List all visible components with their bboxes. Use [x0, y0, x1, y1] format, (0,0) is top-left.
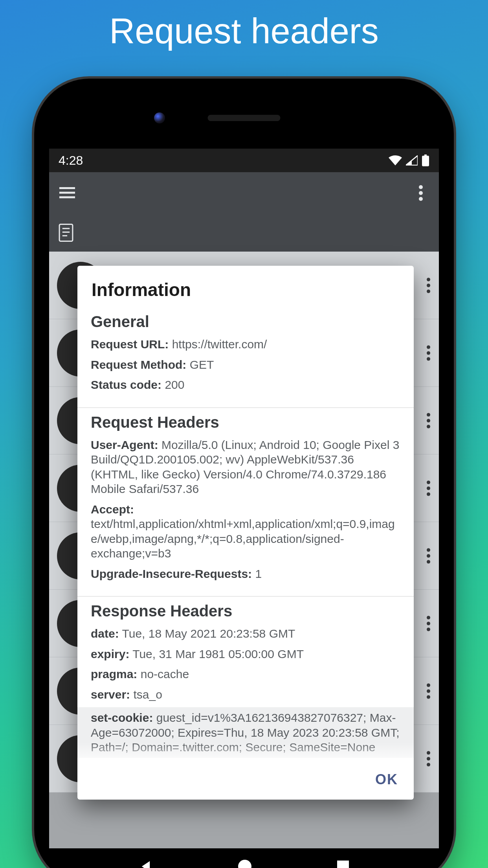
promo-title: Request headers: [0, 0, 488, 51]
nav-home-icon[interactable]: [238, 860, 251, 868]
device-screen: 4:28 ETETETETETETETsharedCore.fe7d3745.j…: [49, 149, 439, 868]
resp-set-cookie: set-cookie: guest_id=v1%3A16213694382707…: [77, 707, 414, 758]
row-overflow-icon[interactable]: [427, 548, 430, 563]
resp-expiry: expiry: Tue, 31 Mar 1981 05:00:00 GMT: [91, 647, 400, 662]
dialog-actions: OK: [77, 764, 414, 800]
svg-point-5: [419, 197, 423, 201]
resp-server: server: tsa_o: [91, 687, 400, 702]
svg-rect-0: [59, 187, 75, 189]
svg-point-4: [419, 191, 423, 195]
general-method: Request Method: GET: [91, 357, 400, 372]
status-time: 4:28: [59, 153, 83, 168]
wifi-icon: [389, 155, 402, 166]
section-request-headers: Request Headers User-Agent: Mozilla/5.0 …: [77, 407, 414, 596]
document-icon: [59, 224, 73, 242]
ok-button[interactable]: OK: [375, 771, 398, 788]
row-overflow-icon[interactable]: [427, 278, 430, 293]
section-heading: Request Headers: [91, 414, 400, 431]
android-navbar: [49, 848, 439, 868]
section-heading: General: [91, 313, 400, 331]
row-overflow-icon[interactable]: [427, 345, 430, 360]
section-heading: Response Headers: [91, 602, 400, 620]
signal-icon: [406, 155, 418, 166]
row-overflow-icon[interactable]: [427, 683, 430, 699]
resp-date: date: Tue, 18 May 2021 20:23:58 GMT: [91, 626, 400, 641]
row-overflow-icon[interactable]: [427, 413, 430, 428]
dialog-title: Information: [77, 266, 414, 307]
nav-back-icon[interactable]: [139, 860, 152, 868]
phone-frame: 4:28 ETETETETETETETsharedCore.fe7d3745.j…: [34, 79, 454, 868]
resp-pragma: pragma: no-cache: [91, 667, 400, 682]
row-overflow-icon[interactable]: [427, 480, 430, 496]
status-bar: 4:28: [49, 149, 439, 172]
row-overflow-icon[interactable]: [427, 751, 430, 766]
app-toolbar: [49, 172, 439, 214]
general-url: Request URL: https://twitter.com/: [91, 337, 400, 352]
nav-recent-icon[interactable]: [337, 861, 349, 868]
app-subbar: [49, 214, 439, 252]
req-user-agent: User-Agent: Mozilla/5.0 (Linux; Android …: [91, 438, 400, 497]
req-accept: Accept: text/html,application/xhtml+xml,…: [91, 502, 400, 561]
battery-icon: [422, 154, 429, 166]
overflow-button[interactable]: [412, 184, 429, 202]
general-status: Status code: 200: [91, 377, 400, 392]
row-overflow-icon[interactable]: [427, 616, 430, 631]
menu-button[interactable]: [59, 184, 76, 202]
req-upgrade-insecure: Upgrade-Insecure-Requests: 1: [91, 566, 400, 581]
svg-rect-1: [59, 192, 75, 194]
section-response-headers: Response Headers date: Tue, 18 May 2021 …: [77, 596, 414, 764]
section-general: General Request URL: https://twitter.com…: [77, 307, 414, 407]
svg-rect-2: [59, 196, 75, 198]
information-dialog: Information General Request URL: https:/…: [77, 266, 414, 800]
svg-point-3: [419, 185, 423, 189]
dialog-body[interactable]: General Request URL: https://twitter.com…: [77, 307, 414, 764]
